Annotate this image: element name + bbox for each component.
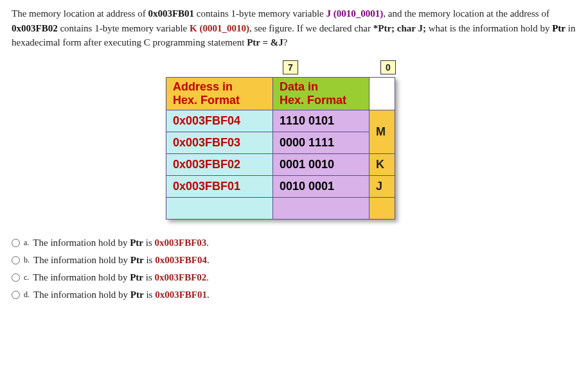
options-list: a. The information hold by Ptr is 0x003F… [12, 238, 576, 300]
var-cell: J [370, 175, 395, 197]
radio-icon[interactable] [12, 239, 20, 247]
data-header: Data inHex. Format [273, 77, 370, 110]
var-j-text: J (0010_0001) [326, 8, 383, 19]
option-c[interactable]: c. The information hold by Ptr is 0x003F… [12, 272, 576, 283]
memory-table: Address inHex. Format Data inHex. Format… [166, 77, 395, 220]
radio-icon[interactable] [12, 256, 20, 264]
option-a[interactable]: a. The information hold by Ptr is 0x003F… [12, 238, 576, 248]
declaration-text: *Ptr; char J; [373, 23, 426, 33]
data-cell: 0001 0010 [273, 153, 370, 175]
addr-text: 0x003FB02 [12, 23, 58, 33]
table-row: 0x003FBF01 0010 0001 J [166, 175, 395, 197]
option-text: The information hold by Ptr is 0x003FBF0… [33, 272, 209, 283]
data-cell [273, 197, 370, 219]
bit-0-label: 0 [380, 60, 396, 74]
memory-figure: 7 0 Address inHex. Format Data inHex. Fo… [166, 60, 449, 220]
option-letter: a. [24, 238, 29, 248]
bit-7-label: 7 [283, 60, 298, 74]
data-cell: 1110 0101 [273, 110, 370, 132]
radio-icon[interactable] [12, 291, 20, 299]
option-b[interactable]: b. The information hold by Ptr is 0x003F… [12, 255, 576, 266]
addr-cell: 0x003FBF04 [166, 110, 273, 132]
addr-cell: 0x003FBF03 [166, 132, 273, 153]
table-row: 0x003FBF02 0001 0010 K [166, 153, 395, 175]
bit-labels: 7 0 [166, 60, 449, 74]
addr-text: 0x003FB01 [148, 8, 194, 19]
option-text: The information hold by Ptr is 0x003FBF0… [33, 289, 209, 300]
var-cell [370, 197, 395, 219]
option-text: The information hold by Ptr is 0x003FBF0… [33, 255, 209, 266]
table-row: 0x003FBF03 0000 1111 [166, 132, 395, 153]
option-letter: d. [24, 290, 30, 300]
addr-cell [166, 197, 273, 219]
addr-cell: 0x003FBF01 [166, 175, 273, 197]
table-row: 0x003FBF04 1110 0101 M [166, 110, 395, 132]
option-d[interactable]: d. The information hold by Ptr is 0x003F… [12, 289, 576, 300]
var-cell: M [370, 110, 395, 153]
var-cell: K [370, 153, 395, 175]
statement-text: Ptr = &J [247, 37, 283, 48]
addr-header: Address inHex. Format [166, 77, 273, 110]
ptr-text: Ptr [552, 23, 566, 33]
option-text: The information hold by Ptr is 0x003FBF0… [33, 238, 209, 248]
radio-icon[interactable] [12, 273, 20, 282]
addr-cell: 0x003FBF02 [166, 153, 273, 175]
var-k-text: K (0001_0010) [190, 23, 249, 33]
question-text: The memory location at address of 0x003F… [12, 6, 576, 50]
table-row [166, 197, 395, 219]
option-letter: c. [24, 273, 29, 282]
option-letter: b. [24, 255, 30, 265]
var-header [370, 77, 395, 110]
data-cell: 0010 0001 [273, 175, 370, 197]
data-cell: 0000 1111 [273, 132, 370, 153]
